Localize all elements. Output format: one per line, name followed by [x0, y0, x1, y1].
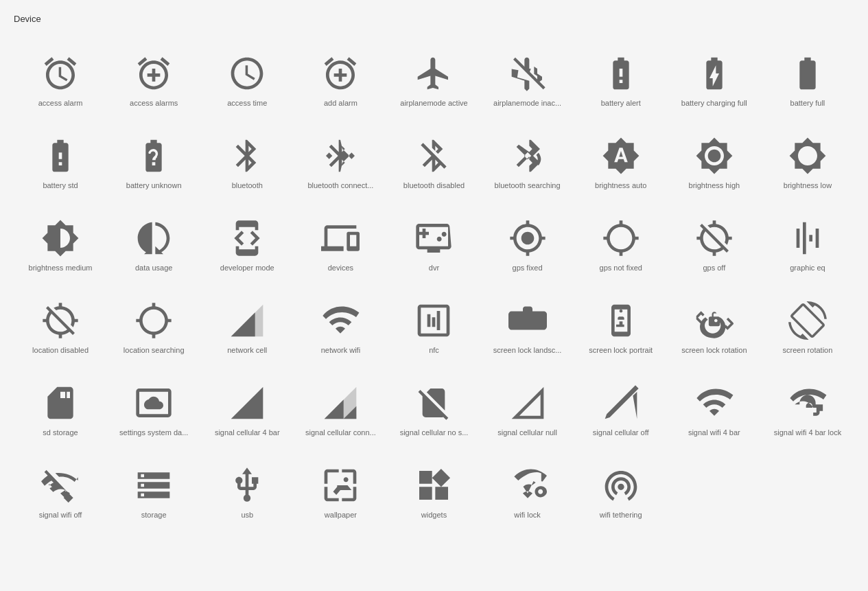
gps-not-fixed-icon: [602, 219, 640, 257]
icon-item-usb: usb: [200, 450, 294, 525]
icon-item-battery-alert: battery alert: [574, 38, 668, 113]
icon-item-battery-unknown: battery unknown: [107, 120, 200, 196]
screen-lock-portrait-icon: [602, 301, 640, 340]
battery-unknown-icon: [134, 137, 173, 175]
add-alarm-label: add alarm: [324, 98, 357, 108]
gps-not-fixed-label: gps not fixed: [600, 263, 642, 273]
signal-wifi-4-bar-lock-label: signal wifi 4 bar lock: [774, 428, 841, 437]
usb-label: usb: [241, 510, 253, 520]
dvr-label: dvr: [429, 263, 439, 273]
icon-item-battery-charging-full: battery charging full: [668, 38, 761, 113]
icon-item-signal-cellular-4-bar: signal cellular 4 bar: [200, 367, 294, 443]
add-alarm-icon: [321, 54, 360, 93]
icon-item-signal-cellular-null: signal cellular null: [481, 367, 574, 443]
icon-item-wifi-tethering: wifi tethering: [574, 450, 668, 525]
sd-storage-label: sd storage: [43, 428, 78, 437]
icon-item-bluetooth: bluetooth: [200, 120, 294, 196]
signal-cellular-null-icon: [508, 384, 547, 422]
airplanemode-active-label: airplanemode active: [400, 98, 467, 108]
developer-mode-icon: [228, 219, 266, 257]
icon-item-data-usage: data usage: [107, 202, 200, 278]
signal-cellular-off-icon: [602, 384, 640, 422]
brightness-high-icon: [695, 137, 734, 175]
icon-item-screen-rotation: screen rotation: [761, 285, 854, 360]
bluetooth-searching-label: bluetooth searching: [495, 181, 561, 190]
gps-fixed-icon: [508, 219, 547, 257]
signal-cellular-no-sim-icon: [414, 384, 453, 422]
screen-lock-landscape-icon: [508, 301, 547, 340]
battery-unknown-label: battery unknown: [126, 181, 182, 190]
battery-full-label: battery full: [790, 98, 825, 108]
usb-icon: [228, 466, 266, 505]
wifi-tethering-icon: [602, 466, 640, 505]
screen-lock-landscape-label: screen lock landsc...: [493, 345, 562, 355]
battery-std-label: battery std: [43, 181, 78, 190]
battery-charging-full-label: battery charging full: [681, 98, 747, 108]
icon-item-battery-full: battery full: [761, 38, 854, 113]
location-searching-icon: [134, 301, 173, 340]
network-cell-icon: [228, 301, 266, 340]
graphic-eq-icon: [788, 219, 827, 257]
icon-item-brightness-high: brightness high: [668, 120, 761, 196]
icon-item-nfc: nfc: [387, 285, 480, 360]
icon-item-screen-lock-rotation: screen lock rotation: [668, 285, 761, 360]
battery-full-icon: [788, 54, 827, 93]
airplanemode-active-icon: [414, 54, 453, 93]
icon-item-gps-not-fixed: gps not fixed: [574, 202, 668, 278]
access-alarms-icon: [134, 54, 173, 93]
icon-item-bluetooth-connected: bluetooth connect...: [294, 120, 387, 196]
bluetooth-label: bluetooth: [232, 181, 263, 190]
brightness-low-label: brightness low: [784, 181, 832, 190]
storage-icon: [134, 466, 173, 505]
icon-item-signal-wifi-off: signal wifi off: [14, 450, 107, 525]
wallpaper-label: wallpaper: [325, 510, 357, 520]
access-time-label: access time: [227, 98, 267, 108]
brightness-low-icon: [788, 137, 827, 175]
icon-item-battery-std: battery std: [14, 120, 107, 196]
gps-off-icon: [695, 219, 734, 257]
network-cell-label: network cell: [227, 345, 267, 355]
icon-item-bluetooth-disabled: bluetooth disabled: [387, 120, 480, 196]
settings-system-daydream-label: settings system da...: [119, 428, 188, 437]
data-usage-label: data usage: [135, 263, 172, 273]
icon-item-gps-fixed: gps fixed: [481, 202, 574, 278]
icon-item-brightness-low: brightness low: [761, 120, 854, 196]
bluetooth-searching-icon: [508, 137, 547, 175]
icon-item-storage: storage: [107, 450, 200, 525]
brightness-auto-icon: [602, 137, 640, 175]
airplanemode-inactive-label: airplanemode inac...: [493, 98, 561, 108]
brightness-medium-label: brightness medium: [29, 263, 93, 273]
devices-icon: [321, 219, 360, 257]
network-wifi-label: network wifi: [321, 345, 360, 355]
signal-cellular-connected-label: signal cellular conn...: [305, 428, 376, 437]
screen-rotation-label: screen rotation: [783, 345, 833, 355]
icon-item-network-wifi: network wifi: [294, 285, 387, 360]
bluetooth-disabled-icon: [414, 137, 453, 175]
icon-item-brightness-medium: brightness medium: [14, 202, 107, 278]
signal-cellular-4-bar-icon: [228, 384, 266, 422]
brightness-auto-label: brightness auto: [595, 181, 646, 190]
icon-grid: access alarm access alarms access time a…: [14, 38, 854, 525]
wifi-lock-label: wifi lock: [514, 510, 541, 520]
battery-alert-icon: [602, 54, 640, 93]
icon-item-location-disabled: location disabled: [14, 285, 107, 360]
signal-wifi-off-icon: [41, 466, 80, 505]
wifi-tethering-label: wifi tethering: [600, 510, 642, 520]
icon-item-add-alarm: add alarm: [294, 38, 387, 113]
brightness-medium-icon: [41, 219, 80, 257]
signal-cellular-no-sim-label: signal cellular no s...: [400, 428, 469, 437]
graphic-eq-label: graphic eq: [790, 263, 825, 273]
wifi-lock-icon: [508, 466, 547, 505]
data-usage-icon: [134, 219, 173, 257]
signal-cellular-connected-icon: [321, 384, 360, 422]
bluetooth-connected-icon: [321, 137, 360, 175]
location-disabled-icon: [41, 301, 80, 340]
airplanemode-inactive-icon: [508, 54, 547, 93]
icon-item-airplanemode-inactive: airplanemode inac...: [481, 38, 574, 113]
screen-lock-portrait-label: screen lock portrait: [589, 345, 653, 355]
signal-wifi-4-bar-label: signal wifi 4 bar: [688, 428, 740, 437]
network-wifi-icon: [321, 301, 360, 340]
brightness-high-label: brightness high: [689, 181, 740, 190]
icon-item-dvr: dvr: [387, 202, 480, 278]
signal-cellular-null-label: signal cellular null: [497, 428, 557, 437]
